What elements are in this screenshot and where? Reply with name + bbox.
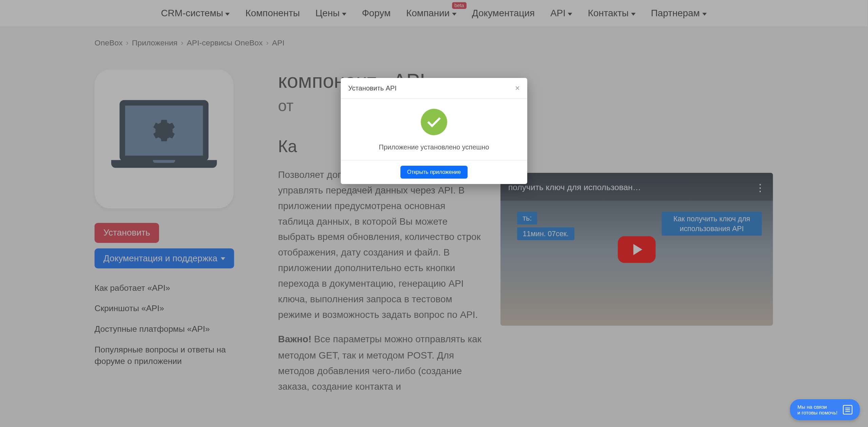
modal-title: Установить API bbox=[348, 84, 397, 92]
chat-text: Мы на связи и готовы помочь! bbox=[797, 404, 837, 415]
chat-widget[interactable]: Мы на связи и готовы помочь! bbox=[790, 399, 860, 420]
success-icon bbox=[421, 109, 447, 135]
open-app-button[interactable]: Открыть приложение bbox=[400, 166, 468, 179]
close-icon[interactable]: × bbox=[515, 84, 520, 92]
modal-message: Приложение установлено успешно bbox=[348, 143, 520, 151]
modal-overlay[interactable] bbox=[0, 0, 868, 427]
install-modal: Установить API × Приложение установлено … bbox=[341, 78, 527, 184]
chat-icon bbox=[843, 405, 852, 414]
